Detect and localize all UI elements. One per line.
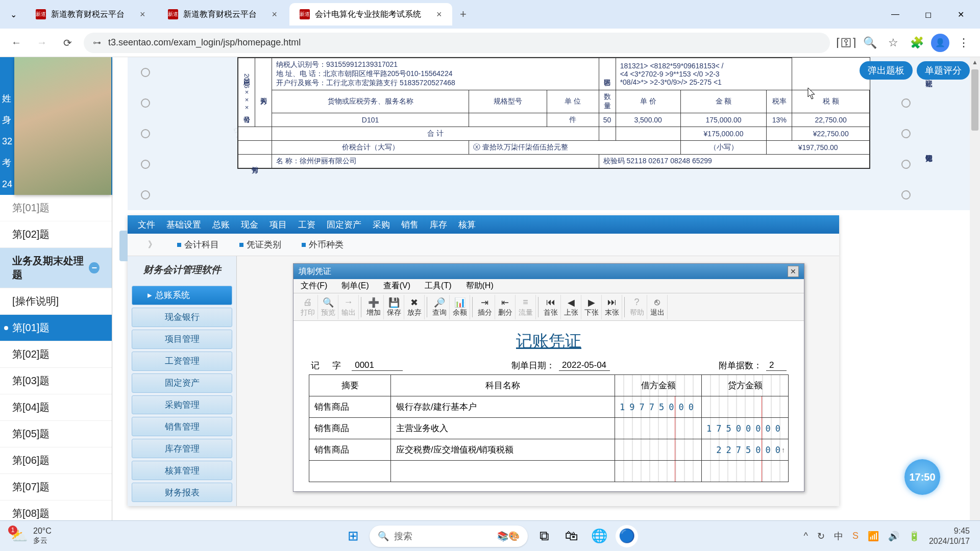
scroll-thumb[interactable] xyxy=(971,69,978,131)
dialog-close-button[interactable]: ✕ xyxy=(788,266,799,277)
question-list[interactable]: 第[01]题 第[02]题 业务及期末处理题 − [操作说明] 第[01]题 第… xyxy=(0,195,112,551)
module-salary[interactable]: 工资管理 xyxy=(132,352,232,371)
crumb-currency[interactable]: 外币种类 xyxy=(302,239,344,251)
tray-battery-icon[interactable]: 🔋 xyxy=(909,531,920,542)
dlg-menu-help[interactable]: 帮助(H) xyxy=(466,281,494,291)
menu-accounting[interactable]: 核算 xyxy=(458,219,476,231)
toolbar-首张[interactable]: ⏮首张 xyxy=(541,295,561,319)
toolbar-插分[interactable]: ⇥插分 xyxy=(475,295,495,319)
toolbar-删分[interactable]: ⇤删分 xyxy=(495,295,516,319)
module-cash[interactable]: 现金银行 xyxy=(132,308,232,327)
menu-file[interactable]: 文件 xyxy=(138,219,155,231)
voucher-entry-table[interactable]: 摘要 科目名称 借方金额 贷方金额 销售商品银行存款/建行基本户19775000… xyxy=(309,374,789,482)
tray-sync-icon[interactable]: ↻ xyxy=(817,531,825,542)
chrome-menu-icon[interactable]: ⋮ xyxy=(954,34,973,52)
forward-button[interactable]: → xyxy=(33,34,51,52)
maximize-button[interactable]: ◻ xyxy=(914,4,942,24)
toolbar-增加[interactable]: ➕增加 xyxy=(363,295,384,319)
question-section-header[interactable]: 业务及期末处理题 − xyxy=(0,248,112,288)
minimize-button[interactable]: — xyxy=(881,4,910,24)
module-assets[interactable]: 固定资产 xyxy=(132,373,232,393)
password-icon[interactable]: ⌈⚿⌉ xyxy=(837,34,855,52)
question-item-01-top[interactable]: 第[01]题 xyxy=(0,195,112,221)
sidebar-collapse-handle[interactable] xyxy=(119,231,128,261)
dlg-menu-make[interactable]: 制单(E) xyxy=(341,281,369,291)
toolbar-保存[interactable]: 💾保存 xyxy=(384,295,404,319)
tray-wifi-icon[interactable]: 📶 xyxy=(868,531,879,542)
toolbar-末张[interactable]: ⏭末张 xyxy=(602,295,622,319)
url-bar[interactable]: ⊶ t3.seentao.com/exam_login/jsp/homepage… xyxy=(84,33,830,53)
breadcrumb-toggle[interactable]: 》 xyxy=(148,239,157,251)
toolbar-下张[interactable]: ▶下张 xyxy=(581,295,602,319)
popup-panel-button[interactable]: 弹出题板 xyxy=(860,61,913,80)
voucher-attach-field[interactable]: 附单据数：2 xyxy=(719,360,787,371)
main-scrollbar[interactable]: ▲ ▼ xyxy=(970,57,980,551)
instructions-item[interactable]: [操作说明] xyxy=(0,288,112,315)
module-accounting[interactable]: 核算管理 xyxy=(132,461,232,480)
question-item-07[interactable]: 第[07]题 xyxy=(0,474,112,500)
site-info-icon[interactable]: ⊶ xyxy=(93,38,101,47)
module-ledger[interactable]: 总账系统 xyxy=(132,286,232,305)
toolbar-查询[interactable]: 🔎查询 xyxy=(429,295,450,319)
tab-2[interactable]: 新道 新道教育财税云平台 × xyxy=(158,3,288,26)
crumb-subject[interactable]: 会计科目 xyxy=(177,239,219,251)
menu-assets[interactable]: 固定资产 xyxy=(327,219,361,231)
close-icon[interactable]: × xyxy=(436,9,442,20)
toolbar-上张[interactable]: ◀上张 xyxy=(561,295,581,319)
collapse-icon[interactable]: − xyxy=(89,262,100,273)
question-item-05[interactable]: 第[05]题 xyxy=(0,421,112,447)
menu-basic[interactable]: 基础设置 xyxy=(166,219,201,231)
question-item-04[interactable]: 第[04]题 xyxy=(0,394,112,421)
toolbar-放弃[interactable]: ✖放弃 xyxy=(404,295,425,319)
table-scroll-indicator[interactable]: ↑ xyxy=(781,446,787,459)
module-sales[interactable]: 销售管理 xyxy=(132,417,232,436)
reload-button[interactable]: ⟳ xyxy=(58,34,77,52)
tray-sogou-icon[interactable]: S xyxy=(852,531,859,541)
voucher-row[interactable] xyxy=(309,461,789,482)
taskbar-search[interactable]: 🔍 搜索 📚🎨 xyxy=(370,525,528,547)
question-item-02[interactable]: 第[02]题 xyxy=(0,341,112,368)
menu-sales[interactable]: 销售 xyxy=(401,219,419,231)
tab-1[interactable]: 新道 新道教育财税云平台 × xyxy=(26,3,156,26)
toolbar-余额[interactable]: 📊余额 xyxy=(450,295,470,319)
question-item-06[interactable]: 第[06]题 xyxy=(0,447,112,474)
tray-clock[interactable]: 9:452024/10/17 xyxy=(929,526,970,546)
question-item-03[interactable]: 第[03]题 xyxy=(0,368,112,394)
floating-clock-widget[interactable]: 17:50 xyxy=(904,459,940,495)
taskview-icon[interactable]: ⧉ xyxy=(533,525,555,547)
voucher-type-field[interactable]: 记 字 0001 xyxy=(311,360,403,371)
single-score-button[interactable]: 单题评分 xyxy=(917,61,970,80)
module-purchase[interactable]: 采购管理 xyxy=(132,395,232,415)
close-icon[interactable]: × xyxy=(140,9,145,20)
module-project[interactable]: 项目管理 xyxy=(132,330,232,349)
tray-volume-icon[interactable]: 🔊 xyxy=(888,531,899,542)
voucher-date-field[interactable]: 制单日期：2022-05-04 xyxy=(511,360,610,371)
crumb-voucher-type[interactable]: 凭证类别 xyxy=(239,239,281,251)
scroll-up-icon[interactable]: ▲ xyxy=(972,57,978,67)
zoom-icon[interactable]: 🔍 xyxy=(861,34,879,52)
voucher-row[interactable]: 销售商品银行存款/建行基本户19775000 xyxy=(309,396,789,418)
tab-3-active[interactable]: 新道 会计电算化专业技能考试系统 × xyxy=(289,3,452,26)
tab-list-dropdown[interactable]: ⌄ xyxy=(5,6,21,22)
start-button[interactable]: ⊞ xyxy=(342,525,364,547)
voucher-row[interactable]: 销售商品主营业务收入17500000 xyxy=(309,418,789,439)
question-item-02-top[interactable]: 第[02]题 xyxy=(0,221,112,248)
profile-avatar[interactable]: 👤 xyxy=(931,34,949,52)
menu-ledger[interactable]: 总账 xyxy=(212,219,230,231)
voucher-row[interactable]: 销售商品应交税费/应交增值税/销项税额2275000 xyxy=(309,439,789,461)
dlg-menu-view[interactable]: 查看(V) xyxy=(383,281,410,291)
menu-salary[interactable]: 工资 xyxy=(298,219,315,231)
tray-ime-icon[interactable]: 中 xyxy=(834,530,843,542)
close-window-button[interactable]: ✕ xyxy=(946,4,975,24)
back-button[interactable]: ← xyxy=(7,34,26,52)
edge-icon[interactable]: 🌐 xyxy=(588,525,610,547)
dlg-menu-file[interactable]: 文件(F) xyxy=(301,281,327,291)
taskbar-weather[interactable]: ⛅1 20°C多云 xyxy=(10,527,52,545)
new-tab-button[interactable]: + xyxy=(454,5,473,23)
menu-cash[interactable]: 现金 xyxy=(241,219,258,231)
menu-project[interactable]: 项目 xyxy=(270,219,287,231)
bookmark-icon[interactable]: ☆ xyxy=(884,34,902,52)
invoice-document-area[interactable]: 第一联：记账联 销售方记账凭 宋其勇 2410170926354282‍41 宋… xyxy=(128,57,980,210)
chrome-icon[interactable]: 🔵 xyxy=(616,525,638,547)
store-icon[interactable]: 🛍 xyxy=(560,525,583,547)
